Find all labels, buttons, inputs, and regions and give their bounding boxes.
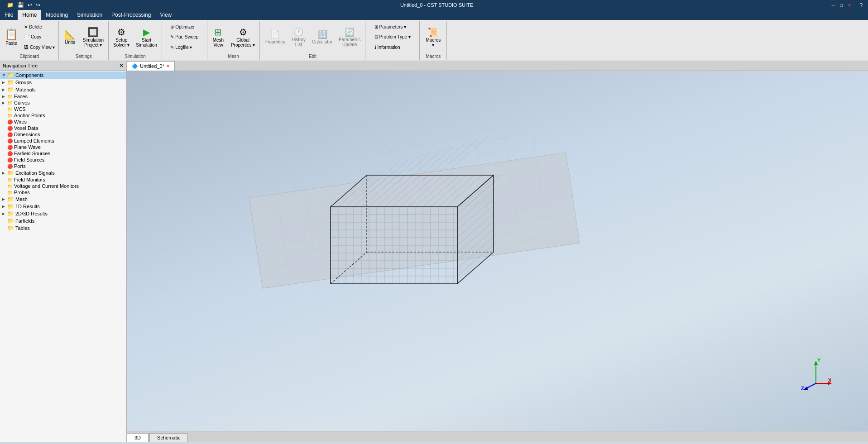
- folder-icon: 📁: [7, 72, 14, 78]
- red-dot-icon: 🔴: [7, 164, 13, 169]
- menu-view[interactable]: View: [155, 10, 176, 20]
- tree-item-ports[interactable]: 🔴 Ports: [0, 163, 126, 169]
- close-btn[interactable]: ✕: [846, 2, 853, 8]
- properties-button[interactable]: 📄 Properties: [262, 22, 288, 53]
- history-icon: 🕐: [293, 28, 303, 36]
- ribbon-mesh-items: ⊞ MeshView ⚙ GlobalProperties ▾: [209, 22, 258, 53]
- ribbon: 📋 Paste ✕Delete 📄Copy 🖼Copy View ▾ Clipb…: [0, 20, 868, 61]
- settings-label: Settings: [76, 54, 92, 59]
- par-sweep-button[interactable]: ✎ Par. Sweep: [168, 34, 200, 40]
- tree-item-lumped-elements[interactable]: 🔴 Lumped Elements: [0, 138, 126, 144]
- gray-folder-icon: 📁: [7, 210, 14, 217]
- tab-close-btn[interactable]: ✕: [166, 64, 170, 68]
- redo-icon[interactable]: ↪: [34, 1, 42, 9]
- maximize-btn[interactable]: □: [838, 2, 844, 8]
- tree-item-excitation-signals[interactable]: ▶ 📁 Excitation Signals: [0, 169, 126, 177]
- parametric-update-button[interactable]: 🔄 ParametricUpdate: [336, 22, 363, 53]
- menu-modeling[interactable]: Modeling: [41, 10, 72, 20]
- tree-label: Ports: [14, 163, 26, 169]
- tab-label: Untitled_0*: [140, 63, 164, 69]
- tab-bar: 🔷 Untitled_0* ✕: [127, 61, 868, 71]
- calculator-button[interactable]: 🔢 Calculator: [309, 22, 335, 53]
- expand-icon: ▶: [2, 197, 7, 201]
- tree-item-wcs[interactable]: 📁 WCS: [0, 106, 126, 112]
- tree-item-field-monitors[interactable]: 📁 Field Monitors: [0, 177, 126, 183]
- tab-3d[interactable]: 3D: [127, 433, 149, 442]
- global-properties-button[interactable]: ⚙ GlobalProperties ▾: [228, 22, 258, 53]
- tree-item-materials[interactable]: ▶ 📁 Materials: [0, 86, 126, 93]
- nav-tree-title: Navigation Tree: [3, 63, 38, 68]
- setup-solver-label: SetupSolver ▾: [113, 38, 129, 48]
- ribbon-content: 📋 Paste ✕Delete 📄Copy 🖼Copy View ▾ Clipb…: [0, 20, 868, 61]
- param-list-header: Parameter List ✕: [0, 442, 587, 444]
- tree-item-voxel-data[interactable]: 🔴 Voxel Data: [0, 125, 126, 131]
- gray-folder-icon: 📁: [7, 203, 14, 210]
- svg-line-13: [380, 124, 509, 154]
- optimizer-button[interactable]: ⊕ Optimizer: [168, 24, 200, 30]
- global-prop-icon: ⚙: [239, 28, 247, 37]
- edit-label: Edit: [309, 54, 317, 59]
- information-button[interactable]: ℹ Information: [373, 44, 412, 50]
- tab-untitled0[interactable]: 🔷 Untitled_0* ✕: [127, 61, 175, 71]
- tree-item-curves[interactable]: ▶ 📁 Curves: [0, 100, 126, 106]
- undo-icon[interactable]: ↩: [26, 1, 34, 9]
- red-dot-icon: 🔴: [7, 138, 13, 143]
- copy-button[interactable]: 📄Copy: [22, 34, 57, 40]
- expand-icon: ▶: [2, 100, 7, 105]
- paste-icon: 📋: [5, 29, 18, 40]
- copy-view-button[interactable]: 🖼Copy View ▾: [22, 44, 57, 50]
- calc-icon: 🔢: [317, 30, 327, 38]
- tree-item-farfield-sources[interactable]: 🔴 Farfield Sources: [0, 150, 126, 157]
- svg-text:X: X: [828, 377, 832, 383]
- menu-postprocessing[interactable]: Post-Processing: [107, 10, 155, 20]
- units-button[interactable]: 📐 Units: [61, 22, 79, 53]
- start-simulation-button[interactable]: ▶ StartSimulation: [133, 22, 160, 53]
- parameters-button[interactable]: ⊞ Parameters ▾: [373, 24, 412, 30]
- tree-item-2d-3d-results[interactable]: ▶ 📁 2D/3D Results: [0, 210, 126, 217]
- axis-svg: Y X Z: [800, 358, 832, 390]
- ribbon-params-items: ⊞ Parameters ▾ ⊟ Problem Type ▾ ℹ Inform…: [373, 22, 412, 58]
- ribbon-group-macros: 📜 Macros▾ Macros: [420, 21, 447, 60]
- tree-item-mesh[interactable]: ▶ 📁 Mesh: [0, 196, 126, 203]
- minimize-btn[interactable]: ─: [830, 2, 836, 8]
- delete-button[interactable]: ✕Delete: [22, 24, 57, 30]
- tree-item-field-sources[interactable]: 🔴 Field Sources: [0, 157, 126, 163]
- setup-solver-icon: ⚙: [117, 28, 125, 37]
- menu-file[interactable]: File: [0, 10, 18, 20]
- tree-item-plane-wave[interactable]: 🔴 Plane Wave: [0, 144, 126, 150]
- menu-home[interactable]: Home: [18, 10, 41, 20]
- logfile-button[interactable]: ✎ Logfile ▾: [168, 44, 200, 50]
- nav-tree-content: ▼ 📁 Components ▶ 📁 Groups ▶ 📁 Materials …: [0, 71, 126, 442]
- tree-label: WCS: [14, 106, 26, 112]
- tab-schematic[interactable]: Schematic: [149, 433, 188, 442]
- simulation-project-button[interactable]: 🔲 SimulationProject ▾: [80, 22, 106, 53]
- mesh-visualization: [240, 116, 602, 334]
- help-icon[interactable]: ?: [858, 2, 864, 8]
- tree-item-farfields[interactable]: 📁 Farfields: [0, 217, 126, 224]
- tree-item-components[interactable]: ▼ 📁 Components: [0, 72, 126, 79]
- tree-item-groups[interactable]: ▶ 📁 Groups: [0, 79, 126, 86]
- tree-item-anchor-points[interactable]: 📁 Anchor Points: [0, 112, 126, 119]
- tree-item-dimensions[interactable]: 🔴 Dimensions: [0, 131, 126, 138]
- tree-item-1d-results[interactable]: ▶ 📁 1D Results: [0, 203, 126, 210]
- setup-solver-button[interactable]: ⚙ SetupSolver ▾: [110, 22, 132, 53]
- menu-simulation[interactable]: Simulation: [72, 10, 107, 20]
- tree-item-probes[interactable]: 📁 Probes: [0, 189, 126, 196]
- mesh-view-button[interactable]: ⊞ MeshView: [209, 22, 227, 53]
- tree-item-faces[interactable]: ▶ 📁 Faces: [0, 93, 126, 100]
- tab-icon: 🔷: [132, 63, 138, 69]
- history-list-button[interactable]: 🕐 HistoryList: [289, 22, 308, 53]
- save-icon[interactable]: 💾: [16, 1, 25, 9]
- viewport-3d[interactable]: Y X Z: [127, 71, 868, 431]
- tree-item-wires[interactable]: 🔴 Wires: [0, 119, 126, 125]
- tree-item-tables[interactable]: 📁 Tables: [0, 224, 126, 232]
- tree-item-voltage-current-monitors[interactable]: 📁 Voltage and Current Monitors: [0, 183, 126, 189]
- nav-tree-close[interactable]: ✕: [119, 62, 124, 69]
- mesh-view-label: MeshView: [213, 38, 224, 48]
- problem-type-button[interactable]: ⊟ Problem Type ▾: [373, 34, 412, 40]
- simulation-label: Simulation: [125, 54, 146, 59]
- paste-button[interactable]: 📋 Paste: [2, 22, 21, 53]
- open-icon[interactable]: 📁: [5, 1, 15, 9]
- ribbon-group-settings: 📐 Units 🔲 SimulationProject ▾ Settings: [59, 21, 109, 60]
- macros-button[interactable]: 📜 Macros▾: [423, 22, 443, 53]
